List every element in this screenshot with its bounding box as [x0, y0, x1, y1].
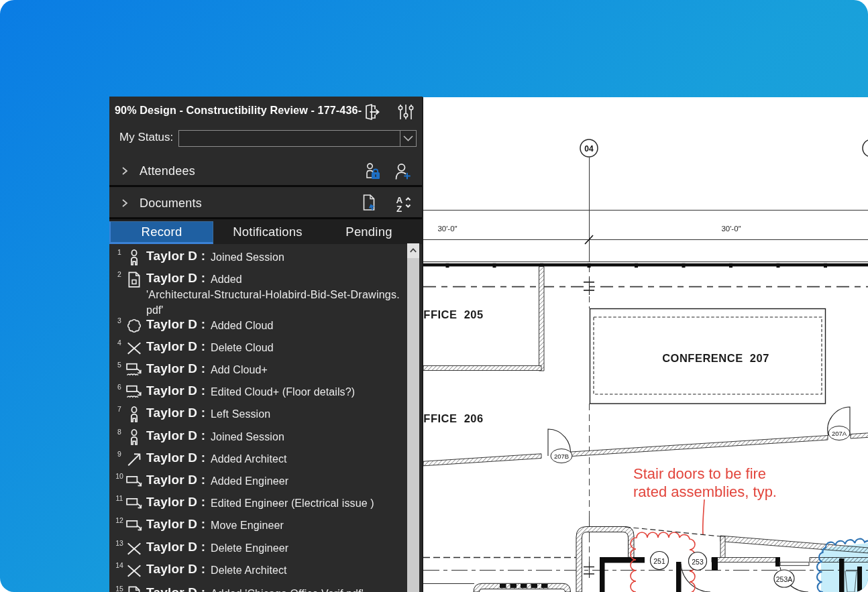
svg-text:04: 04	[584, 144, 594, 154]
svg-text:CONFERENCE 207: CONFERENCE 207	[662, 352, 769, 364]
svg-text:30′-0″: 30′-0″	[721, 225, 741, 233]
svg-text:251: 251	[653, 557, 665, 565]
svg-text:253A: 253A	[776, 575, 793, 583]
svg-text:30′-0″: 30′-0″	[437, 225, 457, 233]
svg-text:OFFICE 205: OFFICE 205	[423, 308, 484, 320]
svg-text:207A: 207A	[832, 430, 847, 437]
svg-text:OFFICE 206: OFFICE 206	[423, 412, 484, 424]
svg-text:Stair doors to be fire: Stair doors to be fire	[633, 465, 766, 482]
svg-text:207B: 207B	[554, 453, 569, 460]
svg-text:253: 253	[692, 558, 704, 566]
svg-text:rated assemblies, typ.: rated assemblies, typ.	[633, 483, 777, 500]
